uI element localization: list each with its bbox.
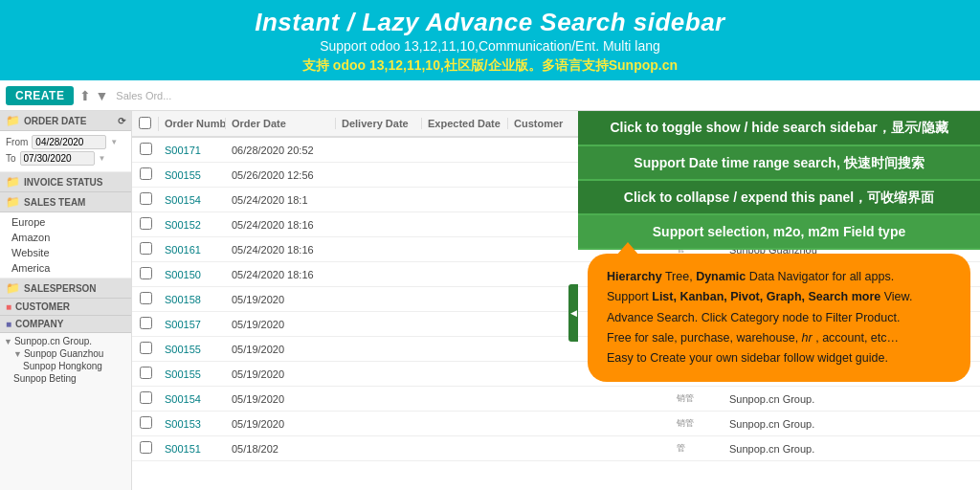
row-checkbox[interactable] (140, 367, 152, 379)
row-checkbox[interactable] (140, 342, 152, 354)
desc-line1: Hierarchy Tree, Dynamic Data Navigator f… (607, 267, 951, 287)
create-button[interactable]: CREATE (6, 86, 74, 105)
td-order[interactable]: S00161 (159, 244, 226, 256)
to-date-row: To ▼ (6, 151, 125, 166)
td-checkbox[interactable] (132, 391, 159, 406)
upload-icon[interactable]: ⬆ (79, 88, 91, 103)
company-section[interactable]: ■ COMPANY (0, 316, 131, 333)
td-order[interactable]: S00153 (159, 418, 226, 430)
tree-label: Sunpop.cn Group. (14, 336, 92, 346)
row-checkbox[interactable] (140, 391, 152, 404)
row-checkbox[interactable] (140, 267, 152, 279)
td-checkbox[interactable] (132, 367, 159, 381)
date-filter: From ▼ To ▼ (0, 131, 131, 172)
td-date: 05/24/2020 18:16 (226, 244, 336, 256)
td-order[interactable]: S00157 (159, 319, 226, 330)
row-checkbox[interactable] (140, 242, 152, 255)
customer-section[interactable]: ■ CUSTOMER (0, 299, 131, 316)
td-checkbox[interactable] (132, 416, 159, 431)
tree-label2: Sunpop Guanzhou (24, 348, 103, 359)
row-checkbox[interactable] (140, 441, 152, 454)
td-order[interactable]: S00150 (159, 269, 226, 280)
sidebar-item-europe[interactable]: Europe (0, 214, 131, 230)
td-order[interactable]: S00154 (159, 393, 226, 405)
sidebar-item-amazon[interactable]: Amazon (0, 230, 131, 245)
to-date-input[interactable] (20, 151, 95, 166)
tree-item-sunpop-group[interactable]: ▼ Sunpop.cn Group. (0, 335, 131, 347)
subtitle2-plain: 支持 odoo 13,12,11,10,社区版/企业版。多语言支持 (302, 57, 609, 73)
desc-line3: Advance Search. Click Category node to F… (607, 308, 951, 328)
arrow-icon2: ▼ (13, 349, 22, 359)
from-date-input[interactable] (32, 135, 106, 149)
td-checkbox[interactable] (132, 192, 159, 207)
td-date: 05/24/2020 18:16 (226, 219, 336, 231)
tree-item-sunpop-beting[interactable]: Sunpop Beting (0, 372, 131, 385)
left-sidebar: 📁 ORDER DATE ⟳ From ▼ To ▼ 📁 INV (0, 111, 132, 490)
desc-line5: Easy to Create your own sidebar follow w… (607, 348, 951, 368)
invoice-status-section[interactable]: 📁 INVOICE STATUS (0, 172, 131, 192)
td-order[interactable]: S00154 (159, 194, 226, 206)
desc-hierarchy: Hierarchy (607, 270, 662, 283)
td-order[interactable]: S00171 (159, 145, 226, 156)
td-date: 05/24/2020 18:16 (226, 269, 336, 280)
td-order[interactable]: S00155 (159, 344, 226, 355)
td-checkbox[interactable] (132, 342, 159, 356)
th-checkbox (132, 117, 159, 131)
td-date: 05/19/2020 (226, 294, 336, 305)
more-icon[interactable]: ▼ (95, 88, 108, 103)
sidebar-item-website[interactable]: Website (0, 245, 131, 260)
td-date: 05/19/2020 (226, 368, 336, 380)
right-overlay: ◀ Click to toggle show / hide search sid… (578, 111, 980, 490)
order-date-section[interactable]: 📁 ORDER DATE ⟳ (0, 111, 131, 131)
tree-item-sunpop-hongkong[interactable]: Sunpop Hongkong (0, 360, 131, 372)
td-order[interactable]: S00155 (159, 169, 226, 181)
th-delivery: Delivery Date (336, 118, 422, 129)
breadcrumb: Sales Ord... (108, 90, 974, 101)
desc-tree: Tree, (665, 270, 696, 283)
sales-team-label: SALES TEAM (24, 197, 85, 208)
row-checkbox[interactable] (140, 416, 152, 429)
toggle-sidebar-button[interactable]: ◀ (568, 284, 578, 342)
from-dropdown-arrow[interactable]: ▼ (110, 138, 118, 146)
row-checkbox[interactable] (140, 217, 152, 230)
td-checkbox[interactable] (132, 292, 159, 306)
sales-team-items: Europe Amazon Website America (0, 212, 131, 278)
salesperson-section[interactable]: 📁 SALESPERSON (0, 278, 131, 299)
description-bubble: Hierarchy Tree, Dynamic Data Navigator f… (588, 254, 970, 382)
td-checkbox[interactable] (132, 441, 159, 456)
header-banner: Instant / Lazy Advance Search sidebar Su… (0, 0, 980, 80)
row-checkbox[interactable] (140, 143, 152, 155)
salesperson-label: SALESPERSON (24, 283, 97, 294)
row-checkbox[interactable] (140, 192, 152, 205)
subtitle2-highlight: Sunpop.cn (609, 57, 678, 73)
feature-boxes: Click to toggle show / hide search sideb… (578, 111, 980, 250)
desc-view: View. (884, 290, 913, 303)
td-checkbox[interactable] (132, 143, 159, 157)
sidebar-item-america[interactable]: America (0, 260, 131, 276)
select-all-checkbox[interactable] (139, 117, 151, 129)
td-date: 05/19/2020 (226, 418, 336, 430)
tree-item-sunpop-guanzhou[interactable]: ▼ Sunpop Guanzhou (0, 347, 131, 360)
td-checkbox[interactable] (132, 267, 159, 281)
td-date: 05/19/2020 (226, 393, 336, 405)
row-checkbox[interactable] (140, 292, 152, 304)
td-checkbox[interactable] (132, 242, 159, 256)
sales-team-section[interactable]: 📁 SALES TEAM (0, 192, 131, 212)
main-layout: 📁 ORDER DATE ⟳ From ▼ To ▼ 📁 INV (0, 111, 980, 490)
td-order[interactable]: S00155 (159, 368, 226, 380)
td-order[interactable]: S00151 (159, 443, 226, 455)
row-checkbox[interactable] (140, 167, 152, 180)
td-checkbox[interactable] (132, 167, 159, 182)
header-title: Instant / Lazy Advance Search sidebar (10, 8, 970, 37)
row-checkbox[interactable] (140, 317, 152, 329)
td-order[interactable]: S00158 (159, 294, 226, 305)
td-checkbox[interactable] (132, 317, 159, 331)
order-date-label: ORDER DATE (24, 116, 86, 126)
td-date: 05/24/2020 18:1 (226, 194, 336, 206)
to-dropdown-arrow[interactable]: ▼ (99, 154, 106, 163)
td-checkbox[interactable] (132, 217, 159, 232)
arrow-icon: ▼ (4, 337, 12, 346)
refresh-icon[interactable]: ⟳ (118, 116, 125, 126)
td-order[interactable]: S00152 (159, 219, 226, 231)
top-bar-icons: ⬆ ▼ (79, 88, 108, 103)
